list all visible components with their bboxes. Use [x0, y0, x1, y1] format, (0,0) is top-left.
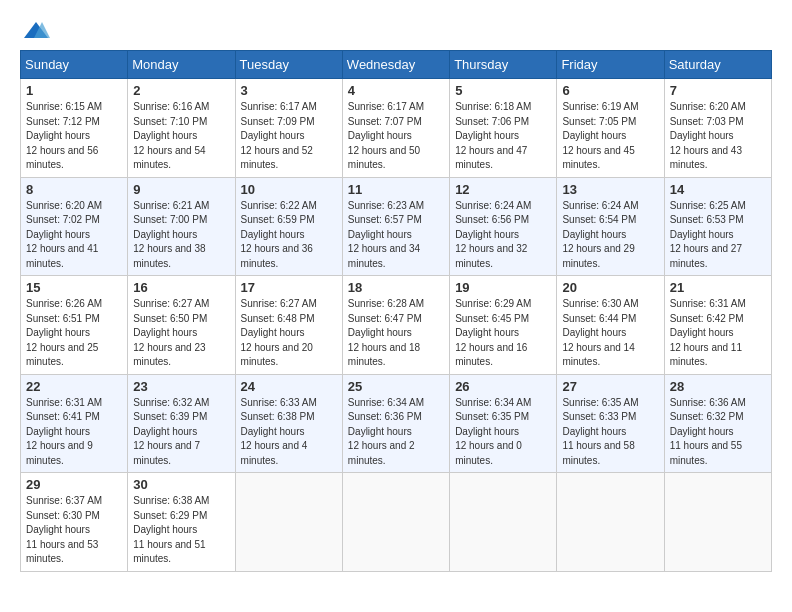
calendar-cell: 27 Sunrise: 6:35 AM Sunset: 6:33 PM Dayl… [557, 374, 664, 473]
calendar-row: 8 Sunrise: 6:20 AM Sunset: 7:02 PM Dayli… [21, 177, 772, 276]
day-number: 18 [348, 280, 444, 295]
day-number: 29 [26, 477, 122, 492]
day-number: 6 [562, 83, 658, 98]
day-info: Sunrise: 6:20 AM Sunset: 7:03 PM Dayligh… [670, 100, 766, 173]
calendar-cell: 2 Sunrise: 6:16 AM Sunset: 7:10 PM Dayli… [128, 79, 235, 178]
day-number: 16 [133, 280, 229, 295]
day-info: Sunrise: 6:32 AM Sunset: 6:39 PM Dayligh… [133, 396, 229, 469]
day-info: Sunrise: 6:24 AM Sunset: 6:56 PM Dayligh… [455, 199, 551, 272]
calendar-cell: 3 Sunrise: 6:17 AM Sunset: 7:09 PM Dayli… [235, 79, 342, 178]
calendar-cell: 11 Sunrise: 6:23 AM Sunset: 6:57 PM Dayl… [342, 177, 449, 276]
calendar-cell: 15 Sunrise: 6:26 AM Sunset: 6:51 PM Dayl… [21, 276, 128, 375]
day-info: Sunrise: 6:28 AM Sunset: 6:47 PM Dayligh… [348, 297, 444, 370]
weekday-header-thursday: Thursday [450, 51, 557, 79]
day-number: 8 [26, 182, 122, 197]
calendar-cell: 29 Sunrise: 6:37 AM Sunset: 6:30 PM Dayl… [21, 473, 128, 572]
calendar-cell: 7 Sunrise: 6:20 AM Sunset: 7:03 PM Dayli… [664, 79, 771, 178]
day-number: 3 [241, 83, 337, 98]
logo [20, 20, 52, 40]
calendar-cell: 30 Sunrise: 6:38 AM Sunset: 6:29 PM Dayl… [128, 473, 235, 572]
day-info: Sunrise: 6:16 AM Sunset: 7:10 PM Dayligh… [133, 100, 229, 173]
calendar-cell: 14 Sunrise: 6:25 AM Sunset: 6:53 PM Dayl… [664, 177, 771, 276]
logo-icon [22, 20, 50, 40]
calendar-cell: 24 Sunrise: 6:33 AM Sunset: 6:38 PM Dayl… [235, 374, 342, 473]
day-info: Sunrise: 6:21 AM Sunset: 7:00 PM Dayligh… [133, 199, 229, 272]
day-info: Sunrise: 6:17 AM Sunset: 7:09 PM Dayligh… [241, 100, 337, 173]
calendar-cell: 28 Sunrise: 6:36 AM Sunset: 6:32 PM Dayl… [664, 374, 771, 473]
day-info: Sunrise: 6:36 AM Sunset: 6:32 PM Dayligh… [670, 396, 766, 469]
day-number: 2 [133, 83, 229, 98]
weekday-header-friday: Friday [557, 51, 664, 79]
page-header [20, 20, 772, 40]
weekday-header-wednesday: Wednesday [342, 51, 449, 79]
day-number: 17 [241, 280, 337, 295]
day-number: 13 [562, 182, 658, 197]
day-info: Sunrise: 6:17 AM Sunset: 7:07 PM Dayligh… [348, 100, 444, 173]
day-info: Sunrise: 6:23 AM Sunset: 6:57 PM Dayligh… [348, 199, 444, 272]
day-number: 30 [133, 477, 229, 492]
calendar-cell: 5 Sunrise: 6:18 AM Sunset: 7:06 PM Dayli… [450, 79, 557, 178]
calendar-cell [235, 473, 342, 572]
day-info: Sunrise: 6:26 AM Sunset: 6:51 PM Dayligh… [26, 297, 122, 370]
day-number: 20 [562, 280, 658, 295]
day-number: 27 [562, 379, 658, 394]
weekday-header-monday: Monday [128, 51, 235, 79]
day-number: 1 [26, 83, 122, 98]
calendar-cell: 12 Sunrise: 6:24 AM Sunset: 6:56 PM Dayl… [450, 177, 557, 276]
day-info: Sunrise: 6:22 AM Sunset: 6:59 PM Dayligh… [241, 199, 337, 272]
weekday-header-tuesday: Tuesday [235, 51, 342, 79]
calendar-cell: 16 Sunrise: 6:27 AM Sunset: 6:50 PM Dayl… [128, 276, 235, 375]
day-number: 11 [348, 182, 444, 197]
calendar-cell [557, 473, 664, 572]
calendar-cell [664, 473, 771, 572]
day-info: Sunrise: 6:15 AM Sunset: 7:12 PM Dayligh… [26, 100, 122, 173]
calendar-cell: 13 Sunrise: 6:24 AM Sunset: 6:54 PM Dayl… [557, 177, 664, 276]
weekday-header-sunday: Sunday [21, 51, 128, 79]
calendar-cell: 18 Sunrise: 6:28 AM Sunset: 6:47 PM Dayl… [342, 276, 449, 375]
day-number: 7 [670, 83, 766, 98]
day-number: 10 [241, 182, 337, 197]
calendar-cell: 25 Sunrise: 6:34 AM Sunset: 6:36 PM Dayl… [342, 374, 449, 473]
day-info: Sunrise: 6:20 AM Sunset: 7:02 PM Dayligh… [26, 199, 122, 272]
day-info: Sunrise: 6:34 AM Sunset: 6:36 PM Dayligh… [348, 396, 444, 469]
calendar-row: 15 Sunrise: 6:26 AM Sunset: 6:51 PM Dayl… [21, 276, 772, 375]
day-number: 26 [455, 379, 551, 394]
day-info: Sunrise: 6:29 AM Sunset: 6:45 PM Dayligh… [455, 297, 551, 370]
day-number: 19 [455, 280, 551, 295]
day-info: Sunrise: 6:25 AM Sunset: 6:53 PM Dayligh… [670, 199, 766, 272]
calendar-cell: 10 Sunrise: 6:22 AM Sunset: 6:59 PM Dayl… [235, 177, 342, 276]
calendar-cell: 23 Sunrise: 6:32 AM Sunset: 6:39 PM Dayl… [128, 374, 235, 473]
calendar-cell: 19 Sunrise: 6:29 AM Sunset: 6:45 PM Dayl… [450, 276, 557, 375]
day-info: Sunrise: 6:37 AM Sunset: 6:30 PM Dayligh… [26, 494, 122, 567]
day-number: 4 [348, 83, 444, 98]
calendar-cell [450, 473, 557, 572]
calendar-cell: 21 Sunrise: 6:31 AM Sunset: 6:42 PM Dayl… [664, 276, 771, 375]
day-number: 15 [26, 280, 122, 295]
day-number: 21 [670, 280, 766, 295]
day-number: 24 [241, 379, 337, 394]
calendar-cell: 20 Sunrise: 6:30 AM Sunset: 6:44 PM Dayl… [557, 276, 664, 375]
weekday-header-saturday: Saturday [664, 51, 771, 79]
day-info: Sunrise: 6:19 AM Sunset: 7:05 PM Dayligh… [562, 100, 658, 173]
calendar-row: 1 Sunrise: 6:15 AM Sunset: 7:12 PM Dayli… [21, 79, 772, 178]
day-number: 25 [348, 379, 444, 394]
calendar-cell [342, 473, 449, 572]
calendar-cell: 9 Sunrise: 6:21 AM Sunset: 7:00 PM Dayli… [128, 177, 235, 276]
day-info: Sunrise: 6:35 AM Sunset: 6:33 PM Dayligh… [562, 396, 658, 469]
calendar-table: SundayMondayTuesdayWednesdayThursdayFrid… [20, 50, 772, 572]
calendar-cell: 4 Sunrise: 6:17 AM Sunset: 7:07 PM Dayli… [342, 79, 449, 178]
day-info: Sunrise: 6:33 AM Sunset: 6:38 PM Dayligh… [241, 396, 337, 469]
calendar-cell: 1 Sunrise: 6:15 AM Sunset: 7:12 PM Dayli… [21, 79, 128, 178]
calendar-row: 22 Sunrise: 6:31 AM Sunset: 6:41 PM Dayl… [21, 374, 772, 473]
calendar-cell: 6 Sunrise: 6:19 AM Sunset: 7:05 PM Dayli… [557, 79, 664, 178]
day-info: Sunrise: 6:31 AM Sunset: 6:41 PM Dayligh… [26, 396, 122, 469]
day-info: Sunrise: 6:24 AM Sunset: 6:54 PM Dayligh… [562, 199, 658, 272]
day-number: 23 [133, 379, 229, 394]
day-info: Sunrise: 6:30 AM Sunset: 6:44 PM Dayligh… [562, 297, 658, 370]
day-info: Sunrise: 6:38 AM Sunset: 6:29 PM Dayligh… [133, 494, 229, 567]
day-number: 22 [26, 379, 122, 394]
day-number: 28 [670, 379, 766, 394]
day-number: 9 [133, 182, 229, 197]
calendar-cell: 26 Sunrise: 6:34 AM Sunset: 6:35 PM Dayl… [450, 374, 557, 473]
calendar-row: 29 Sunrise: 6:37 AM Sunset: 6:30 PM Dayl… [21, 473, 772, 572]
